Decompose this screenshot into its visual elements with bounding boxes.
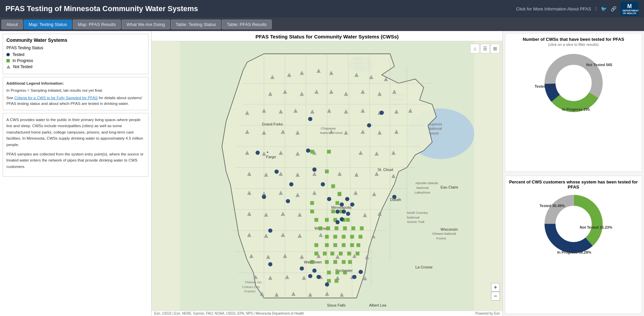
svg-point-210 <box>345 197 349 201</box>
map-list-button[interactable]: ☰ <box>480 44 490 53</box>
svg-text:North Country: North Country <box>407 211 428 214</box>
svg-point-204 <box>275 170 279 174</box>
map-footer: Esri, USGS | Esri, HERE, Garmin, FAO, NO… <box>152 311 503 316</box>
tab-table-testing-status[interactable]: Table: Testing Status <box>171 20 221 29</box>
map-home-button[interactable]: ⌂ <box>470 44 480 53</box>
svg-point-228 <box>359 270 363 274</box>
svg-point-212 <box>335 209 340 213</box>
map-svg: Superior National Forest Lake of the Woo… <box>152 41 503 311</box>
svg-text:Eau Claire: Eau Claire <box>441 185 458 189</box>
svg-point-203 <box>367 123 371 127</box>
svg-rect-161 <box>325 218 329 222</box>
svg-rect-167 <box>343 226 347 230</box>
svg-point-209 <box>340 202 344 206</box>
link-icon[interactable]: 🔗 <box>611 6 616 11</box>
chart1-box: Number of CWSs that have been tested for… <box>505 33 642 172</box>
svg-rect-188 <box>348 260 352 264</box>
left-panel: Community Water Systems PFAS Testing Sta… <box>0 31 152 316</box>
svg-point-238 <box>556 206 591 241</box>
map-footer-right: Powered by Esri <box>475 312 500 315</box>
svg-rect-191 <box>343 270 347 274</box>
inprogress-square-icon <box>6 59 10 62</box>
chart1-nottested-label: Not Tested 565 <box>586 63 612 67</box>
legend-box: Community Water Systems PFAS Testing Sta… <box>3 34 149 74</box>
svg-point-206 <box>312 168 316 172</box>
tab-map-pfas-results[interactable]: Map: PFAS Results <box>73 20 121 29</box>
svg-point-224 <box>268 229 272 233</box>
svg-rect-165 <box>326 226 330 230</box>
header-right: Click for More Information About PFAS  … <box>516 2 639 16</box>
svg-rect-196 <box>310 260 314 264</box>
svg-point-220 <box>312 268 316 272</box>
tab-what-we-are-doing[interactable]: What We Are Doing <box>122 20 170 29</box>
chart2-tested-label: Tested 36.49% <box>540 204 565 208</box>
svg-rect-157 <box>337 192 341 196</box>
svg-rect-164 <box>346 218 350 222</box>
svg-point-207 <box>321 182 325 186</box>
zoom-out-button[interactable]: − <box>491 292 500 300</box>
svg-point-214 <box>346 212 350 216</box>
chart2-title: Percent of CWS customers whose system ha… <box>509 179 638 190</box>
desc1: A CWS provides water to the public in th… <box>6 117 145 148</box>
chart1-title: Number of CWSs that have been tested for… <box>523 37 624 42</box>
svg-point-219 <box>308 274 312 278</box>
svg-text:La Crosse: La Crosse <box>415 265 432 269</box>
svg-rect-177 <box>342 243 346 247</box>
svg-point-216 <box>335 220 340 224</box>
facebook-icon[interactable]:  <box>595 6 597 11</box>
svg-text:Albert Lea: Albert Lea <box>369 303 387 307</box>
svg-rect-185 <box>325 260 329 264</box>
svg-rect-183 <box>347 252 351 255</box>
svg-text:Forest: Forest <box>437 236 446 240</box>
map-container[interactable]: Superior National Forest Lake of the Woo… <box>152 41 503 311</box>
svg-rect-175 <box>325 243 329 247</box>
svg-text:Fargo: Fargo <box>266 155 276 159</box>
map-zoom-controls: + − <box>491 283 500 300</box>
svg-rect-171 <box>333 235 337 238</box>
tab-table-pfas-results[interactable]: Table: PFAS Results <box>222 20 272 29</box>
svg-point-211 <box>350 202 354 206</box>
mn-logo: M DEPARTMENT OF HEALTH <box>620 2 639 16</box>
additional-info-header: Additional Legend Information: <box>6 81 145 86</box>
svg-rect-172 <box>342 235 346 238</box>
svg-text:National: National <box>407 216 419 219</box>
svg-rect-155 <box>325 170 329 173</box>
description-box: A CWS provides water to the public in th… <box>3 113 149 177</box>
twitter-icon[interactable]: 🐦 <box>601 6 607 11</box>
chart1-tested-label: Tested 106 <box>535 84 553 88</box>
zoom-in-button[interactable]: + <box>491 283 500 292</box>
legend-subtitle: PFAS Testing Status <box>6 46 145 50</box>
svg-text:Grand Forks: Grand Forks <box>262 122 283 126</box>
chart2-donut[interactable]: Tested 36.49% In Progress 38.28% Not Tes… <box>533 190 614 258</box>
svg-rect-186 <box>333 260 337 264</box>
svg-rect-182 <box>339 252 343 255</box>
info-link[interactable]: Click for More Information About PFAS <box>516 6 591 11</box>
svg-rect-168 <box>351 226 355 230</box>
svg-rect-159 <box>331 209 335 213</box>
svg-rect-181 <box>330 252 334 255</box>
chart1-inprogress-label: In Progress 295 <box>562 107 590 111</box>
svg-rect-198 <box>310 209 314 213</box>
legend-title: Community Water Systems <box>6 37 145 43</box>
svg-text:National: National <box>416 186 429 190</box>
right-panel: Number of CWSs that have been tested for… <box>503 31 644 316</box>
svg-rect-156 <box>331 184 335 188</box>
map-grid-button[interactable]: ⊞ <box>490 44 500 53</box>
svg-rect-194 <box>315 243 318 247</box>
svg-rect-153 <box>310 150 314 153</box>
svg-point-215 <box>340 217 344 221</box>
svg-rect-170 <box>325 235 329 238</box>
svg-text:Scenic Trail: Scenic Trail <box>407 220 424 224</box>
svg-text:Chippewa: Chippewa <box>321 126 336 130</box>
page-title: PFAS Testing of Minnesota Community Wate… <box>5 4 198 13</box>
tab-about[interactable]: About <box>1 20 23 29</box>
svg-point-223 <box>262 195 266 199</box>
chart1-donut[interactable]: Tested 106 In Progress 295 Not Tested 56… <box>533 49 614 117</box>
svg-text:Plateau Du: Plateau Du <box>245 280 262 284</box>
criteria-link[interactable]: Criteria for a CWS to be Fully Sampled f… <box>14 96 98 100</box>
svg-rect-199 <box>315 218 318 222</box>
tab-map-testing-status[interactable]: Map: Testing Status <box>24 20 72 29</box>
svg-text:Sioux Falls: Sioux Falls <box>327 303 346 307</box>
svg-rect-174 <box>359 235 362 238</box>
header: PFAS Testing of Minnesota Community Wate… <box>0 0 644 18</box>
